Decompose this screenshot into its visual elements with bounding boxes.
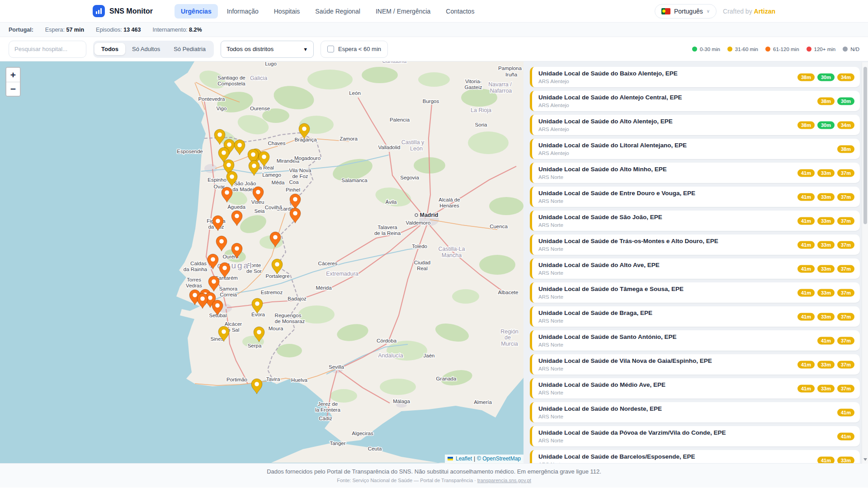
hospital-name: Unidade Local de Saúde do Alentejo Centr… [538,94,854,101]
pin-hole [226,163,231,167]
pin-hole [193,293,197,297]
map-label: Lamego [262,172,281,178]
wait-badges: 38m30m34m [797,121,854,129]
hospital-card[interactable]: Unidade Local de Saúde do Litoral Alente… [530,139,860,159]
nav-item-sa-de-regional[interactable]: Saúde Regional [309,4,367,19]
map-label: Alcácer [225,321,242,327]
map-label: Castilla y [401,139,425,145]
map-label: Ávila [386,199,397,205]
leaflet-map[interactable]: + − Leaflet | © OpenStreetMap LugoSantia… [0,61,524,463]
hospital-card[interactable]: Unidade Local de Saúde do Alto Ave, EPEA… [530,258,860,279]
map-label: Caldas [190,261,207,266]
hospital-card[interactable]: Unidade Local de Saúde do Baixo Alentejo… [530,67,860,87]
map-label: Correia [220,292,237,297]
legend-item: 61-120 min [765,47,799,52]
wait-badges: 41m33m [817,456,854,463]
segment-s-pediatria[interactable]: Só Pediatria [167,43,212,55]
checkbox-icon[interactable] [327,46,334,52]
hospital-card[interactable]: Unidade Local de Saúde de Barcelos/Espos… [530,450,860,463]
map-label: Galicia [250,75,267,81]
hospital-card[interactable]: Unidade Local de Saúde de Santo António,… [530,330,860,351]
app-title: SNS Monitor [109,7,153,15]
district-select[interactable]: Todos os distritos ▼ [221,41,314,58]
map-vegetation [330,389,357,403]
pin-hole [215,303,220,308]
wait-badge: 41m [797,313,815,320]
map-label: Mêda [272,180,285,185]
map-label: de la Reina [374,230,401,236]
wait-badge: 38m [797,73,815,81]
pin-hole [217,132,222,137]
map-label: Toledo [412,244,427,249]
hospital-card[interactable]: Unidade Local de Saúde do Alto Alentejo,… [530,115,860,135]
hospital-card[interactable]: Unidade Local de Saúde da Póvoa de Varzi… [530,426,860,446]
hospital-card[interactable]: Unidade Local de Saúde do Nordeste, EPEA… [530,402,860,422]
zoom-in-button[interactable]: + [6,68,20,82]
map-canvas[interactable]: LugoSantiago deCompostelaPontevedraVigoO… [0,61,524,463]
map-vegetation [468,131,509,154]
map-label: Nafarroa [490,88,512,94]
wait-badge: 37m [837,313,854,320]
pin-hole [225,190,229,195]
pin-hole [293,211,297,216]
nav-item-inem-emerg-ncia[interactable]: INEM / Emergência [369,4,437,19]
hospital-card[interactable]: Unidade Local de Saúde de Vila Nova de G… [530,354,860,375]
list-scrollbar[interactable] [862,62,868,464]
map-label: Ceuta [368,446,382,451]
wait-badges: 41m33m37m [797,385,854,392]
wait-badge: 33m [817,265,835,272]
zoom-out-button[interactable]: − [6,82,20,96]
wait-badges: 41m33m37m [797,361,854,368]
wait-badges: 41m33m37m [797,313,854,320]
legend-label: 31-60 min [735,47,758,52]
segment-todos[interactable]: Todos [94,43,125,55]
map-label: León [349,90,361,96]
nav-item-informa-o[interactable]: Informação [221,4,265,19]
hospital-card[interactable]: Unidade Local de Saúde do Tâmega e Sousa… [530,282,860,303]
map-label: São João [234,181,256,186]
legend-item: 0-30 min [692,47,720,52]
nav-item-urg-ncias[interactable]: Urgências [175,4,218,19]
source-link[interactable]: transparencia.sns.gov.pt [477,478,531,483]
map-label: Málaga [393,399,410,404]
disclaimer-text: Dados fornecidos pelo Portal de Transpar… [0,468,868,475]
page-footer: Dados fornecidos pelo Portal de Transpar… [0,463,868,488]
pin-hole [255,301,259,306]
nav-item-hospitais[interactable]: Hospitais [268,4,307,19]
wait-badge: 37m [837,265,854,272]
hospital-card[interactable]: Unidade Local de Saúde de São João, EPEA… [530,211,860,231]
wait-badge: 30m [817,73,835,81]
hospital-card[interactable]: Unidade Local de Saúde do Médio Ave, EPE… [530,378,860,399]
hospital-region: ARS Alentejo [538,150,854,156]
segment-s-adultos[interactable]: Só Adultos [125,43,167,55]
pin-hole [227,142,231,147]
hospital-card[interactable]: Unidade Local de Saúde de Trás-os-Montes… [530,235,860,255]
map-label: Córdoba [377,338,397,343]
filter-toolbar: TodosSó AdultosSó Pediatria Todos os dis… [0,37,868,61]
hospital-card[interactable]: Unidade Local de Saúde de Braga, EPEARS … [530,306,860,327]
portugal-flag-icon [661,8,670,14]
pin-hole [275,262,279,267]
scrollbar-down-arrow[interactable] [863,458,867,461]
map-label: Mérida [316,285,332,291]
hospital-region: ARS Norte [538,414,854,419]
hospital-card[interactable]: Unidade Local de Saúde do Alentejo Centr… [530,91,860,111]
pin-hole [255,382,259,386]
wait-filter-checkbox[interactable]: Espera < 60 min [321,41,388,58]
openstreetmap-link[interactable]: © OpenStreetMap [477,455,521,462]
map-vegetation [489,197,524,215]
hospital-card[interactable]: Unidade Local de Saúde de Entre Douro e … [530,187,860,207]
language-selector[interactable]: Português ∨ [655,4,717,19]
top-navbar: SNS Monitor UrgênciasInformaçãoHospitais… [0,0,868,22]
hospital-card[interactable]: Unidade Local de Saúde do Alto Minho, EP… [530,163,860,183]
map-label: Espinho [208,177,226,183]
map-label: Iruña [505,72,518,77]
search-input[interactable] [9,41,86,58]
map-urban-area [204,164,217,173]
pin-hole [256,190,260,194]
map-label: Palencia [390,117,410,122]
nav-item-contactos[interactable]: Contactos [439,4,481,19]
map-label: Jaén [424,353,435,358]
leaflet-link[interactable]: Leaflet [456,455,472,462]
scrollbar-thumb[interactable] [863,67,867,224]
